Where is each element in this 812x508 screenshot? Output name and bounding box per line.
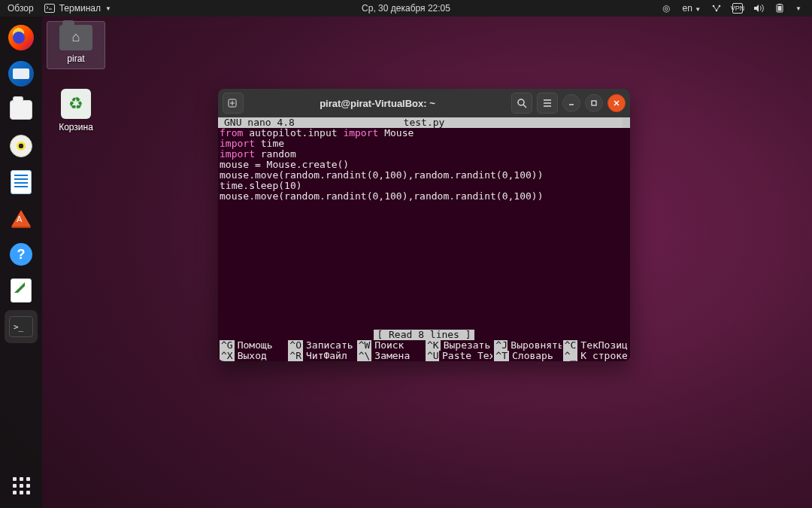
desktop-trash-label: Корзина bbox=[47, 122, 105, 132]
firefox-icon bbox=[8, 25, 34, 50]
svg-point-8 bbox=[518, 99, 524, 105]
folder-home-icon bbox=[59, 25, 92, 50]
dock-rhythmbox[interactable] bbox=[5, 129, 38, 163]
nano-shortcut: ^OЗаписать bbox=[286, 340, 355, 351]
nano-status-bar: [ Read 8 lines ] bbox=[218, 330, 630, 340]
desktop-home-label: pirat bbox=[47, 53, 105, 64]
battery-icon[interactable] bbox=[774, 3, 785, 14]
terminal-scrollbar[interactable] bbox=[623, 117, 630, 128]
chevron-down-icon: ▼ bbox=[105, 5, 111, 12]
nano-shortcut: ^_К строке bbox=[562, 351, 630, 361]
nano-code-area[interactable]: from autopilot.input import Mouse import… bbox=[218, 128, 630, 202]
terminal-window: pirat@pirat-VirtualBox: ~ GNU nano 4.8 t… bbox=[218, 89, 630, 361]
thunderbird-icon bbox=[8, 61, 34, 87]
dock-help[interactable]: ? bbox=[5, 238, 38, 271]
dock: ? >_ bbox=[0, 17, 42, 508]
nano-shortcut: ^UPaste Text bbox=[424, 351, 492, 361]
activities-button[interactable]: Обзор bbox=[8, 3, 34, 14]
search-button[interactable] bbox=[511, 93, 532, 114]
dock-files[interactable] bbox=[5, 93, 38, 126]
nano-shortcut: ^TСловарь bbox=[492, 351, 561, 361]
nano-header: GNU nano 4.8 test.py bbox=[218, 117, 630, 128]
chevron-down-icon: ▼ bbox=[695, 6, 701, 13]
show-applications-button[interactable] bbox=[5, 469, 38, 502]
nano-shortcut: ^JВыровнять bbox=[492, 340, 561, 351]
dock-firefox[interactable] bbox=[5, 21, 38, 54]
nano-shortcut-bar: ^GПомощь^OЗаписать^WПоиск^KВырезать^JВыр… bbox=[218, 340, 630, 361]
nano-shortcut: ^\Замена bbox=[356, 351, 424, 361]
maximize-button[interactable] bbox=[585, 94, 603, 112]
dock-text-editor[interactable] bbox=[5, 274, 38, 307]
nano-shortcut: ^KВырезать bbox=[424, 340, 492, 351]
rhythmbox-icon bbox=[10, 135, 32, 157]
files-icon bbox=[10, 100, 32, 120]
writer-icon bbox=[11, 170, 32, 194]
nano-app-name: GNU nano 4.8 bbox=[224, 117, 295, 128]
volume-icon[interactable] bbox=[753, 3, 764, 14]
dock-writer[interactable] bbox=[5, 166, 38, 199]
apps-grid-icon bbox=[13, 477, 30, 494]
terminal-body[interactable]: GNU nano 4.8 test.py from autopilot.inpu… bbox=[218, 117, 630, 361]
circle-status-icon[interactable]: ◎ bbox=[661, 3, 671, 14]
svg-rect-9 bbox=[592, 101, 596, 105]
svg-rect-5 bbox=[778, 4, 781, 5]
desktop-trash[interactable]: Корзина bbox=[47, 89, 105, 132]
minimize-button[interactable] bbox=[562, 94, 580, 112]
nano-shortcut: ^XВыход bbox=[218, 351, 286, 361]
help-icon: ? bbox=[10, 243, 32, 266]
system-menu-chevron-icon[interactable]: ▼ bbox=[795, 5, 801, 12]
app-menu[interactable]: Терминал ▼ bbox=[44, 3, 111, 14]
terminal-icon bbox=[44, 3, 55, 14]
nano-shortcut: ^WПоиск bbox=[356, 340, 424, 351]
nano-filename: test.py bbox=[404, 117, 445, 128]
close-button[interactable] bbox=[607, 94, 626, 112]
svg-rect-6 bbox=[778, 6, 782, 11]
vpn-icon[interactable]: VPN bbox=[732, 3, 743, 14]
terminal-icon: >_ bbox=[9, 316, 33, 337]
hamburger-menu-button[interactable] bbox=[537, 93, 558, 114]
window-title: pirat@pirat-VirtualBox: ~ bbox=[248, 98, 507, 109]
app-menu-label: Терминал bbox=[59, 3, 101, 14]
network-icon[interactable] bbox=[711, 3, 722, 14]
desktop-home-folder[interactable]: pirat bbox=[47, 21, 105, 69]
dock-terminal[interactable]: >_ bbox=[5, 310, 38, 343]
top-panel: Обзор Терминал ▼ Ср, 30 декабря 22:05 ◎ … bbox=[0, 0, 812, 17]
dock-thunderbird[interactable] bbox=[5, 57, 38, 90]
titlebar[interactable]: pirat@pirat-VirtualBox: ~ bbox=[218, 89, 630, 117]
nano-shortcut: ^RЧитФайл bbox=[286, 351, 355, 361]
nano-status-text: [ Read 8 lines ] bbox=[374, 330, 474, 340]
nano-shortcut: ^GПомощь bbox=[218, 340, 286, 351]
new-tab-button[interactable] bbox=[223, 93, 244, 114]
nano-shortcut: ^CТекПозиц bbox=[562, 340, 630, 351]
dock-software[interactable] bbox=[5, 202, 38, 235]
svg-rect-0 bbox=[44, 5, 54, 13]
keyboard-layout-indicator[interactable]: en ▼ bbox=[682, 3, 701, 14]
clock[interactable]: Ср, 30 декабря 22:05 bbox=[362, 3, 450, 14]
software-icon bbox=[11, 210, 31, 227]
trash-icon bbox=[61, 89, 91, 119]
text-editor-icon bbox=[11, 278, 32, 303]
